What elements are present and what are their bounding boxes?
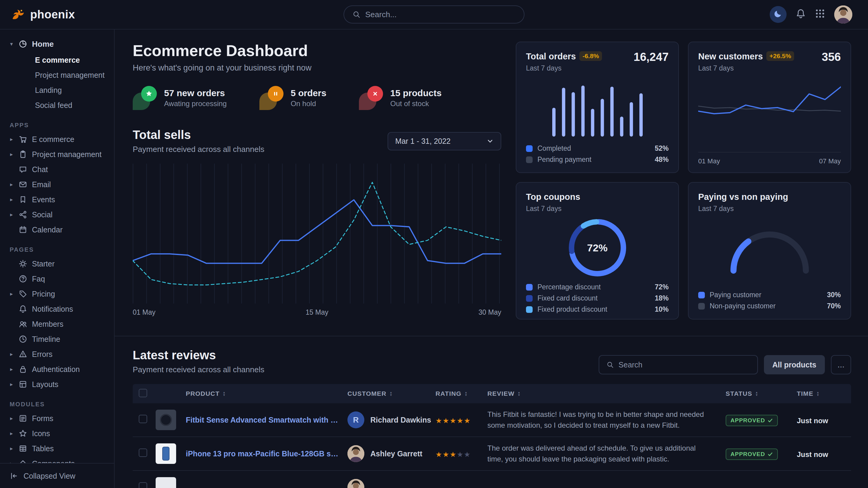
legend-swatch: [698, 303, 705, 310]
sidebar-item-label: Landing: [35, 86, 62, 95]
card-period: Last 7 days: [698, 205, 788, 213]
all-products-button[interactable]: All products: [764, 355, 825, 375]
legend-label: Fixed product discount: [537, 305, 607, 314]
status-badge: APPROVED: [726, 449, 778, 460]
card-title: Paying vs non paying: [698, 192, 788, 202]
sidebar-item-home[interactable]: ▾Home: [6, 36, 111, 53]
sort-icon[interactable]: ▴▾: [465, 391, 467, 396]
column-header-product[interactable]: PRODUCT▴▾: [186, 390, 347, 397]
sidebar-item-project-management[interactable]: ▸Project management: [6, 147, 111, 162]
mail-icon: [19, 180, 28, 189]
paying-legend: Paying customer30%Non-paying customer70%: [698, 289, 841, 312]
apps-grid-button[interactable]: [815, 8, 825, 21]
more-options-button[interactable]: ...: [831, 355, 851, 375]
reviews-title: Latest reviews: [133, 349, 264, 362]
legend-label: Fixed card discount: [537, 294, 597, 302]
x-label-start: 01 May: [133, 308, 155, 317]
search-icon: [607, 361, 614, 368]
sidebar-item-social-feed[interactable]: Social feed: [6, 98, 111, 113]
sidebar-item-e-commerce[interactable]: E commerce: [6, 53, 111, 67]
sidebar-item-icons[interactable]: ▸Icons: [6, 426, 111, 441]
calendar-icon: [19, 225, 28, 234]
sidebar-item-pricing[interactable]: ▸Pricing: [6, 286, 111, 301]
sort-icon[interactable]: ▴▾: [518, 391, 520, 396]
sort-icon[interactable]: ▴▾: [390, 391, 392, 396]
sidebar-item-starter[interactable]: Starter: [6, 256, 111, 271]
reviews-search-input[interactable]: [619, 360, 750, 369]
global-search[interactable]: [343, 5, 525, 24]
column-header-customer[interactable]: CUSTOMER▴▾: [347, 390, 435, 397]
users-icon: [19, 320, 28, 329]
sidebar-item-members[interactable]: Members: [6, 317, 111, 331]
sidebar-item-events[interactable]: ▸Events: [6, 192, 111, 207]
moon-icon: [774, 9, 782, 20]
sort-icon[interactable]: ▴▾: [817, 391, 819, 396]
card-period: Last 7 days: [698, 64, 794, 72]
brand-name[interactable]: phoenix: [30, 8, 75, 21]
sidebar-item-faq[interactable]: Faq: [6, 271, 111, 286]
sidebar-item-notifications[interactable]: Notifications: [6, 301, 111, 317]
sidebar-item-calendar[interactable]: Calendar: [6, 222, 111, 237]
theme-toggle-button[interactable]: [770, 6, 786, 23]
column-header-rating[interactable]: RATING▴▾: [435, 390, 487, 397]
product-link[interactable]: iPhone 13 pro max-Pacific Blue-128GB sto…: [186, 449, 347, 458]
column-header-time[interactable]: TIME▴▾: [797, 390, 851, 397]
new-customers-line-chart: [698, 78, 841, 134]
sidebar-item-tables[interactable]: ▸Tables: [6, 441, 111, 456]
stat-sublabel: Awating processing: [164, 99, 227, 108]
review-text: The order was delivered ahead of schedul…: [487, 438, 726, 469]
column-header-review[interactable]: REVIEW▴▾: [487, 390, 726, 397]
row-checkbox[interactable]: [139, 482, 147, 488]
reviews-search[interactable]: [599, 355, 758, 375]
legend-label: Completed: [537, 144, 571, 153]
app-root: phoenix ▾HomeE commerceProject managemen…: [0, 0, 868, 488]
product-link[interactable]: Fitbit Sense Advanced Smartwatch with To…: [186, 416, 347, 424]
sidebar-item-label: E commerce: [32, 135, 74, 144]
customer-avatar: [347, 479, 364, 488]
review-time: Just now: [797, 417, 828, 425]
caret-right-icon: ▸: [8, 291, 14, 297]
sidebar-item-label: Project management: [35, 71, 105, 79]
sidebar-item-components[interactable]: ▸Components: [6, 456, 111, 463]
stat-label: 15 products: [390, 88, 441, 98]
caret-right-icon: ▸: [8, 196, 14, 203]
sidebar-item-project-management[interactable]: Project management: [6, 67, 111, 83]
sidebar-item-email[interactable]: ▸Email: [6, 177, 111, 192]
select-all-checkbox[interactable]: [139, 389, 147, 397]
total-sells-section: Total sells Payment received across all …: [133, 128, 501, 317]
card-title: Total orders: [526, 52, 576, 61]
table-icon: [19, 444, 28, 453]
phoenix-logo-icon[interactable]: [10, 7, 25, 22]
row-checkbox[interactable]: [139, 415, 147, 423]
star-icon: ★: [443, 450, 450, 458]
legend-swatch: [698, 292, 705, 298]
sort-icon[interactable]: ▴▾: [223, 391, 225, 396]
sidebar-item-errors[interactable]: ▸Errors: [6, 347, 111, 362]
sidebar-item-authentication[interactable]: ▸Authentication: [6, 362, 111, 377]
notifications-button[interactable]: [796, 8, 806, 21]
sidebar-item-e-commerce[interactable]: ▸E commerce: [6, 132, 111, 147]
sidebar-item-chat[interactable]: Chat: [6, 162, 111, 177]
sidebar-item-label: Chat: [32, 165, 48, 174]
legend-swatch: [526, 306, 533, 313]
x-axis-labels: 01 May 15 May 30 May: [133, 308, 501, 317]
sidebar-item-timeline[interactable]: Timeline: [6, 331, 111, 347]
sidebar-item-label: Home: [32, 39, 54, 49]
sidebar-item-landing[interactable]: Landing: [6, 83, 111, 98]
sidebar-item-label: Project management: [32, 150, 102, 159]
row-checkbox[interactable]: [139, 449, 147, 457]
global-search-input[interactable]: [365, 10, 516, 19]
caret-down-icon: ▾: [8, 41, 14, 47]
sidebar-item-forms[interactable]: ▸Forms: [6, 411, 111, 426]
legend-item: Fixed product discount10%: [526, 304, 669, 315]
caret-right-icon: ▸: [8, 211, 14, 218]
date-range-select[interactable]: Mar 1 - 31, 2022: [388, 132, 501, 151]
user-avatar[interactable]: [834, 5, 852, 24]
bell-icon: [796, 8, 806, 21]
legend-value: 52%: [655, 144, 669, 153]
sidebar-item-social[interactable]: ▸Social: [6, 207, 111, 222]
sidebar-item-layouts[interactable]: ▸Layouts: [6, 377, 111, 392]
sort-icon[interactable]: ▴▾: [756, 391, 758, 396]
collapsed-view-toggle[interactable]: Collapsed View: [0, 463, 114, 488]
column-header-status[interactable]: STATUS▴▾: [726, 390, 797, 397]
